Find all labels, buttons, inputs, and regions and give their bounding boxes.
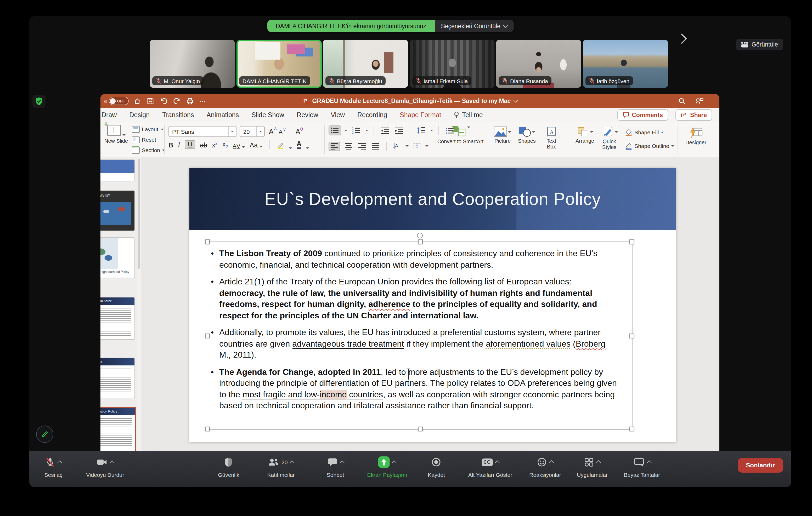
print-icon[interactable] bbox=[185, 97, 194, 105]
autosave-toggle[interactable]: e OFF bbox=[104, 97, 128, 105]
shape-fill-button[interactable]: Shape Fill bbox=[625, 127, 674, 137]
strikethrough-button[interactable]: ab bbox=[200, 142, 207, 149]
slide-thumbnail[interactable] bbox=[100, 159, 135, 181]
shape-outline-button[interactable]: Shape Outline bbox=[625, 141, 674, 151]
chevron-up-icon[interactable] bbox=[392, 460, 397, 465]
reset-button[interactable]: Reset bbox=[132, 135, 165, 144]
slide-thumbnail[interactable]: eration Policy bbox=[100, 407, 136, 451]
change-case-button[interactable]: Aa bbox=[250, 142, 263, 149]
annotate-button[interactable] bbox=[36, 426, 53, 443]
new-slide-button[interactable]: New Slide bbox=[104, 125, 129, 144]
highlight-color-button[interactable] bbox=[277, 141, 284, 149]
ribbon-tab-view[interactable]: View bbox=[324, 111, 351, 118]
align-text-dropdown[interactable] bbox=[425, 145, 429, 147]
participant-tile[interactable]: DAMLA CİHANGİR TETİK bbox=[236, 40, 321, 88]
justify-button[interactable] bbox=[370, 142, 381, 151]
slide-thumbnail[interactable]: nce bbox=[100, 358, 135, 398]
save-icon[interactable] bbox=[146, 97, 154, 105]
indent-button[interactable] bbox=[394, 126, 404, 135]
resize-handle-s[interactable] bbox=[418, 427, 423, 431]
participant-tile[interactable]: Büşra Bayramoğlu bbox=[323, 40, 408, 88]
textbox-button[interactable]: A Text Box bbox=[543, 126, 560, 150]
align-left-button[interactable] bbox=[328, 142, 340, 151]
undo-icon[interactable] bbox=[159, 97, 168, 105]
chevron-up-icon[interactable] bbox=[110, 460, 115, 465]
highlight-dropdown[interactable] bbox=[289, 147, 292, 149]
bold-button[interactable]: B bbox=[169, 142, 173, 149]
underline-button[interactable]: U bbox=[185, 140, 195, 149]
ribbon-tab-recording[interactable]: Recording bbox=[351, 111, 394, 118]
slide-textbox[interactable]: The Lisbon Treaty of 2009 continued to p… bbox=[207, 241, 633, 430]
align-right-button[interactable] bbox=[357, 142, 367, 151]
thumbnail-scrollbar[interactable] bbox=[137, 157, 141, 451]
home-icon[interactable] bbox=[133, 97, 142, 105]
participant-tile[interactable]: Ismail Erkam Sula bbox=[409, 40, 495, 88]
gallery-view-button[interactable]: Görüntüle bbox=[736, 39, 783, 50]
slide-title-banner[interactable]: EU`s Development and Cooperation Policy bbox=[190, 168, 676, 230]
toolbar-security-button[interactable]: Güvenlik bbox=[218, 456, 239, 478]
resize-handle-se[interactable] bbox=[630, 427, 634, 431]
numbering-button[interactable]: 123 bbox=[351, 125, 362, 135]
toolbar-mute-button[interactable]: Sesi aç bbox=[45, 456, 62, 478]
font-color-dropdown[interactable] bbox=[306, 147, 309, 149]
toolbar-apps-button[interactable]: Uygulamalar bbox=[577, 456, 608, 478]
ribbon-tab-transitions[interactable]: Transitions bbox=[156, 111, 200, 118]
resize-handle-ne[interactable] bbox=[630, 239, 634, 244]
slide-thumbnail[interactable]: eally is? bbox=[100, 190, 135, 231]
toolbar-share-button[interactable]: Ekran Paylaşımı bbox=[367, 456, 407, 478]
rotate-handle[interactable] bbox=[417, 233, 423, 238]
ribbon-tab-animations[interactable]: Animations bbox=[200, 111, 245, 118]
shapes-button[interactable]: Shapes bbox=[518, 126, 536, 144]
slide-thumbnail[interactable]: obal Actor: bbox=[100, 297, 135, 340]
chevron-up-icon[interactable] bbox=[596, 460, 602, 465]
resize-handle-nw[interactable] bbox=[205, 239, 210, 244]
decrease-font-button[interactable]: A˅ bbox=[278, 128, 284, 134]
autosave-switch[interactable]: OFF bbox=[109, 97, 128, 105]
toolbar-whiteboards-button[interactable]: Beyaz Tahtalar bbox=[624, 456, 660, 478]
clear-formatting-button[interactable]: A◇ bbox=[295, 127, 301, 135]
comments-button[interactable]: Comments bbox=[617, 109, 668, 121]
ribbon-tab-shape-format[interactable]: Shape Format bbox=[394, 111, 447, 118]
chevron-up-icon[interactable] bbox=[549, 460, 554, 465]
participant-tile[interactable]: fatih özgüven bbox=[583, 40, 668, 88]
ribbon-tab-slide-show[interactable]: Slide Show bbox=[245, 111, 290, 118]
chevron-up-icon[interactable] bbox=[290, 460, 295, 465]
chevron-up-icon[interactable] bbox=[57, 460, 62, 465]
quick-styles-button[interactable]: Quick Styles bbox=[599, 126, 620, 150]
toolbar-participants-button[interactable]: 20Katılımcılar bbox=[267, 456, 295, 478]
end-meeting-button[interactable]: Sonlandır bbox=[737, 458, 783, 473]
resize-handle-sw[interactable] bbox=[205, 427, 210, 431]
search-icon[interactable] bbox=[677, 97, 686, 105]
share-button[interactable]: Share bbox=[675, 109, 712, 121]
line-spacing-dropdown[interactable] bbox=[430, 130, 433, 131]
toolbar-video-button[interactable]: Videoyu Durdur bbox=[86, 456, 124, 478]
toolbar-record-button[interactable]: Kaydet bbox=[428, 456, 445, 478]
chevron-up-icon[interactable] bbox=[494, 460, 500, 465]
smartart-dropdown[interactable] bbox=[467, 126, 471, 128]
align-center-button[interactable] bbox=[343, 142, 354, 151]
slide-thumbnail[interactable]: d Neighbourhood Policy bbox=[100, 237, 135, 278]
font-name-select[interactable]: PT Sans bbox=[169, 126, 236, 137]
chevron-up-icon[interactable] bbox=[646, 460, 651, 465]
toolbar-reactions-button[interactable]: Reaksiyonlar bbox=[529, 456, 561, 478]
toolbar-chat-button[interactable]: Sohbet bbox=[327, 456, 344, 478]
toolbar-captions-button[interactable]: CCAlt Yazıları Göster bbox=[468, 456, 512, 478]
document-title-area[interactable]: P GRADEU Module Lecture8_Damla_Cihangir-… bbox=[302, 97, 518, 104]
bullets-button[interactable] bbox=[328, 125, 341, 135]
ribbon-tab-draw[interactable]: Draw bbox=[100, 111, 123, 118]
participant-tile[interactable]: M. Onur Yalçın bbox=[150, 40, 235, 88]
increase-font-button[interactable]: A˄ bbox=[268, 127, 274, 135]
picture-button[interactable]: Picture bbox=[494, 126, 511, 144]
convert-smartart-button[interactable]: Convert to SmartArt bbox=[434, 124, 487, 144]
superscript-button[interactable]: x2 bbox=[212, 141, 218, 149]
line-spacing-button[interactable] bbox=[415, 125, 427, 135]
chevron-up-icon[interactable] bbox=[339, 460, 345, 465]
layout-button[interactable]: Layout bbox=[132, 124, 165, 134]
arrange-button[interactable]: Arrange bbox=[576, 126, 594, 144]
ribbon-tab-design[interactable]: Design bbox=[123, 111, 156, 118]
text-direction-dropdown[interactable] bbox=[405, 145, 409, 147]
ribbon-tab-review[interactable]: Review bbox=[290, 111, 324, 118]
redo-icon[interactable] bbox=[172, 97, 181, 105]
italic-button[interactable]: I bbox=[178, 141, 180, 149]
view-options-dropdown[interactable]: Seçenekleri Görüntüle bbox=[435, 20, 514, 32]
